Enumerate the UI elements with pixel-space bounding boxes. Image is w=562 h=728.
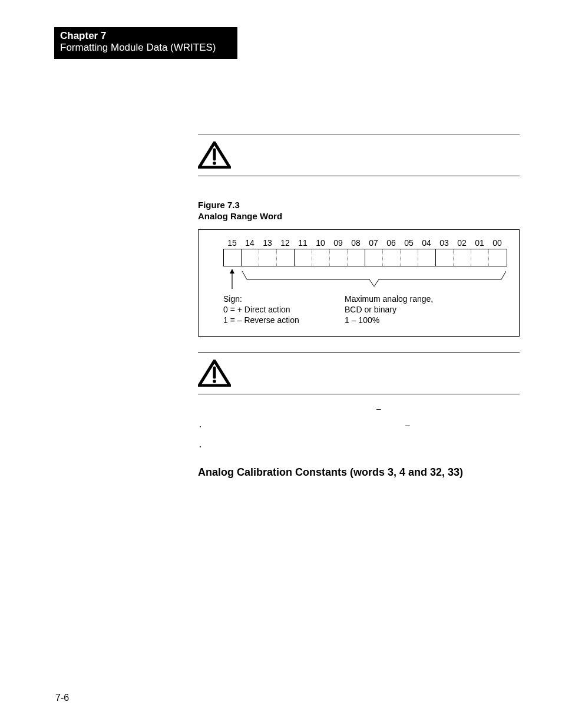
figure-caption: Figure 7.3 Analog Range Word [198,200,520,222]
bit-label: 13 [259,238,276,248]
bit-label: 06 [382,238,400,248]
bit-numbers-row: 15 14 13 12 11 10 09 08 07 06 05 04 03 0… [223,238,510,248]
warning-block [198,134,520,176]
warning-icon [198,141,231,169]
bit-label: 09 [329,238,347,248]
bullet-text [206,440,209,450]
figure-number: Figure 7.3 [198,200,520,211]
bit-label: 11 [294,238,312,248]
chapter-title: Formatting Module Data (WRITES) [60,42,232,54]
bit-label: 01 [471,238,488,248]
bit-label: 15 [223,238,241,248]
svg-point-2 [213,162,216,165]
rule [198,176,520,176]
warning-block [198,353,520,394]
chapter-number: Chapter 7 [60,31,232,42]
bullet-text [206,420,209,430]
post-warning-text: – – [198,404,520,450]
warning-icon [198,360,231,387]
range-label-line: BCD or binary [345,304,433,315]
range-label-line: Maximum analog range, [345,294,433,304]
lead-text [198,404,200,413]
range-label-line: 1 – 100% [345,315,433,325]
bit-label: 12 [276,238,294,248]
sign-label-block: Sign: 0 = + Direct action 1 = – Reverse … [223,294,341,326]
bit-diagram: 15 14 13 12 11 10 09 08 07 06 05 04 03 0… [198,229,520,337]
range-label-block: Maximum analog range, BCD or binary 1 – … [345,294,433,326]
content-column: Figure 7.3 Analog Range Word 15 14 13 12… [198,134,520,479]
sign-label-line: Sign: [223,294,341,304]
bit-label: 02 [453,238,471,248]
sign-label-line: 0 = + Direct action [223,304,341,315]
bit-label: 14 [241,238,259,248]
bit-label: 07 [365,238,382,248]
chapter-header: Chapter 7 Formatting Module Data (WRITES… [54,27,237,59]
sign-label-line: 1 = – Reverse action [223,315,341,325]
bit-label: 05 [400,238,418,248]
rule [198,394,520,394]
page-number: 7-6 [55,693,69,703]
bit-label: 03 [435,238,453,248]
bit-label: 04 [418,238,435,248]
dash-mark: – [405,420,410,430]
bit-label: 10 [312,238,329,248]
diagram-pointers [223,269,506,292]
bit-label: 00 [488,238,506,248]
word-box [223,249,507,266]
dash-mark: – [376,404,381,413]
subsection-heading: Analog Calibration Constants (words 3, 4… [198,466,520,479]
figure-title: Analog Range Word [198,211,520,222]
bit-label: 08 [347,238,365,248]
svg-marker-4 [230,269,234,274]
svg-point-7 [213,380,216,383]
